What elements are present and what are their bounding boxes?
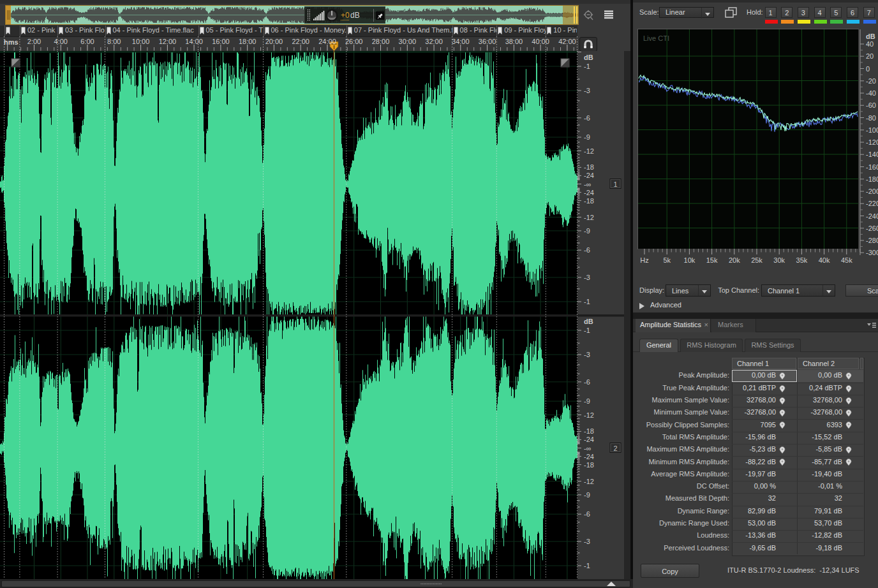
svg-text:0: 0 (866, 65, 870, 73)
svg-text:5k: 5k (663, 256, 671, 264)
svg-text:dB: dB (584, 318, 593, 325)
svg-text:-120: -120 (866, 138, 878, 146)
svg-text:-40: -40 (866, 89, 876, 97)
svg-text:10k: 10k (684, 256, 696, 264)
svg-text:40k: 40k (819, 256, 830, 264)
svg-text:-20: -20 (866, 77, 876, 85)
svg-text:-9: -9 (584, 227, 590, 235)
svg-text:35k: 35k (796, 256, 808, 264)
svg-text:-1: -1 (584, 298, 590, 305)
svg-text:dB: dB (866, 33, 875, 40)
svg-text:-1: -1 (584, 562, 590, 570)
svg-text:-260: -260 (866, 224, 878, 232)
svg-text:-60: -60 (866, 101, 876, 109)
svg-text:20: 20 (866, 52, 874, 60)
svg-text:-18: -18 (584, 197, 594, 205)
svg-text:Live CTI: Live CTI (643, 34, 669, 42)
svg-text:-12: -12 (584, 147, 594, 155)
svg-text:-24: -24 (584, 172, 594, 179)
svg-text:-240: -240 (866, 212, 878, 220)
svg-text:-3: -3 (584, 87, 590, 94)
svg-text:-200: -200 (866, 187, 878, 195)
svg-text:-3: -3 (584, 274, 590, 281)
svg-text:25k: 25k (751, 256, 763, 264)
svg-text:-100: -100 (866, 126, 878, 134)
svg-text:-∞: -∞ (584, 180, 592, 188)
svg-text:1: 1 (613, 180, 617, 188)
svg-text:20k: 20k (729, 256, 740, 264)
svg-text:dB: dB (584, 54, 593, 61)
svg-text:-3: -3 (584, 351, 590, 358)
svg-text:-180: -180 (866, 175, 878, 183)
svg-text:-140: -140 (866, 151, 878, 158)
svg-text:45k: 45k (841, 256, 852, 264)
svg-text:-280: -280 (866, 237, 878, 244)
svg-text:-9: -9 (584, 133, 590, 141)
svg-text:-1: -1 (584, 327, 590, 334)
svg-text:-6: -6 (584, 246, 590, 254)
svg-text:-18: -18 (584, 163, 594, 171)
svg-text:15k: 15k (706, 256, 718, 264)
svg-text:-12: -12 (584, 214, 594, 221)
svg-text:-220: -220 (866, 200, 878, 207)
svg-text:-300: -300 (866, 249, 878, 256)
svg-text:-24: -24 (584, 189, 594, 196)
svg-text:-1: -1 (584, 62, 590, 70)
svg-text:-160: -160 (866, 163, 878, 171)
svg-text:-80: -80 (866, 114, 876, 122)
svg-text:30k: 30k (773, 256, 785, 264)
svg-text:40: 40 (866, 40, 874, 48)
svg-text:-6: -6 (584, 114, 590, 122)
svg-text:Hz: Hz (640, 256, 648, 264)
